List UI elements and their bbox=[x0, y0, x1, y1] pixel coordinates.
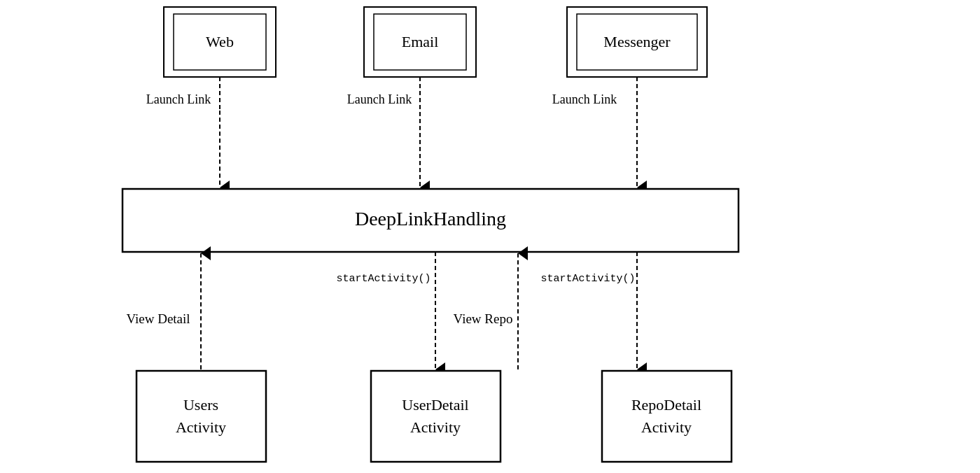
svg-text:Activity: Activity bbox=[176, 418, 226, 436]
svg-text:Messenger: Messenger bbox=[603, 33, 671, 50]
svg-text:RepoDetail: RepoDetail bbox=[631, 396, 701, 414]
svg-text:Email: Email bbox=[402, 33, 439, 50]
svg-rect-17 bbox=[136, 371, 266, 462]
svg-text:Launch Link: Launch Link bbox=[552, 92, 617, 106]
svg-text:Users: Users bbox=[183, 396, 218, 414]
svg-text:Activity: Activity bbox=[641, 418, 692, 436]
architecture-diagram: Web Email Messenger Launch Link Launch L… bbox=[0, 0, 980, 473]
svg-text:View Detail: View Detail bbox=[126, 311, 190, 326]
svg-text:DeepLinkHandling: DeepLinkHandling bbox=[355, 208, 506, 230]
svg-text:View Repo: View Repo bbox=[454, 311, 513, 326]
svg-rect-19 bbox=[602, 371, 732, 462]
svg-text:Launch Link: Launch Link bbox=[146, 92, 211, 106]
svg-text:Web: Web bbox=[206, 33, 234, 50]
svg-text:Launch Link: Launch Link bbox=[347, 92, 412, 106]
svg-rect-18 bbox=[371, 371, 500, 462]
svg-text:startActivity(): startActivity() bbox=[540, 273, 635, 285]
svg-text:startActivity(): startActivity() bbox=[336, 273, 430, 285]
diagram-svg: Web Email Messenger Launch Link Launch L… bbox=[0, 0, 980, 473]
svg-text:Activity: Activity bbox=[410, 418, 461, 436]
svg-text:UserDetail: UserDetail bbox=[402, 396, 468, 414]
